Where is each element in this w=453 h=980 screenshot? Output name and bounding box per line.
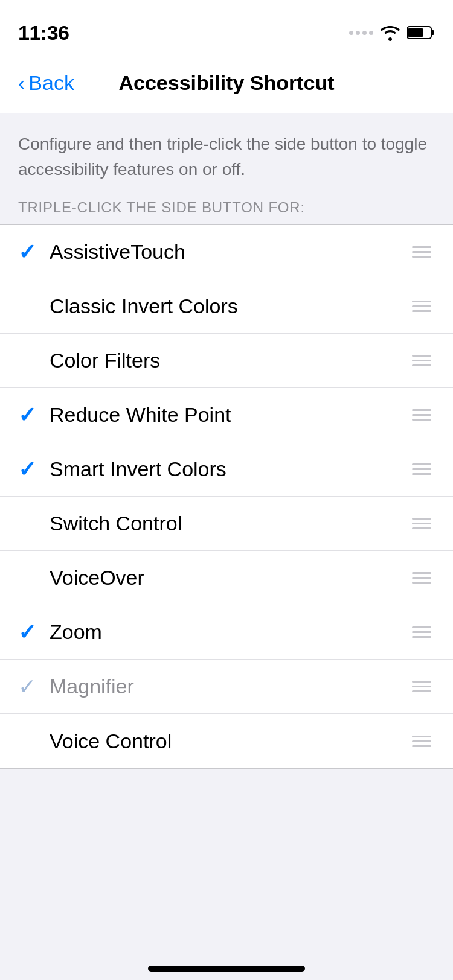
status-icons (349, 24, 435, 41)
status-bar: 11:36 (0, 0, 453, 53)
page-title: Accessibility Shortcut (118, 71, 334, 95)
drag-handle-assistive-touch[interactable] (408, 246, 435, 258)
accessibility-list: ✓AssistiveTouchClassic Invert ColorsColo… (0, 224, 453, 769)
nav-bar: ‹ Back Accessibility Shortcut (0, 53, 453, 113)
drag-handle-classic-invert[interactable] (408, 301, 435, 312)
list-item-voiceover[interactable]: VoiceOver (0, 551, 453, 605)
description-text: Configure and then triple-click the side… (18, 132, 435, 182)
drag-handle-reduce-white[interactable] (408, 409, 435, 421)
item-label-magnifier: Magnifier (50, 675, 408, 698)
item-label-color-filters: Color Filters (50, 349, 408, 372)
item-label-zoom: Zoom (50, 620, 408, 644)
drag-handle-color-filters[interactable] (408, 355, 435, 366)
item-label-assistive-touch: AssistiveTouch (50, 240, 408, 264)
list-item-voice-control[interactable]: Voice Control (0, 714, 453, 768)
back-chevron-icon: ‹ (18, 72, 25, 93)
checkmark-reduce-white: ✓ (18, 404, 50, 426)
checkmark-assistive-touch: ✓ (18, 241, 50, 263)
list-item-assistive-touch[interactable]: ✓AssistiveTouch (0, 225, 453, 279)
drag-handle-voice-control[interactable] (408, 736, 435, 747)
svg-rect-2 (408, 28, 423, 37)
back-label: Back (28, 71, 74, 95)
list-item-smart-invert[interactable]: ✓Smart Invert Colors (0, 442, 453, 497)
bottom-area (0, 769, 453, 962)
home-indicator (148, 966, 305, 972)
list-item-color-filters[interactable]: Color Filters (0, 334, 453, 388)
svg-rect-1 (431, 30, 434, 35)
description-section: Configure and then triple-click the side… (0, 113, 453, 224)
status-time: 11:36 (18, 21, 69, 45)
wifi-icon (379, 24, 401, 41)
drag-handle-voiceover[interactable] (408, 572, 435, 584)
drag-handle-zoom[interactable] (408, 626, 435, 638)
list-item-zoom[interactable]: ✓Zoom (0, 605, 453, 660)
list-item-magnifier[interactable]: ✓Magnifier (0, 660, 453, 714)
checkmark-zoom: ✓ (18, 622, 50, 643)
checkmark-magnifier: ✓ (18, 676, 50, 698)
item-label-classic-invert: Classic Invert Colors (50, 294, 408, 318)
item-label-switch-control: Switch Control (50, 512, 408, 535)
back-button[interactable]: ‹ Back (18, 71, 74, 95)
drag-handle-magnifier[interactable] (408, 681, 435, 692)
drag-handle-switch-control[interactable] (408, 518, 435, 529)
list-item-classic-invert[interactable]: Classic Invert Colors (0, 279, 453, 334)
list-item-reduce-white[interactable]: ✓Reduce White Point (0, 388, 453, 442)
drag-handle-smart-invert[interactable] (408, 463, 435, 475)
item-label-voiceover: VoiceOver (50, 566, 408, 590)
signal-icon (349, 31, 373, 35)
list-item-switch-control[interactable]: Switch Control (0, 497, 453, 551)
battery-icon (407, 25, 435, 40)
item-label-voice-control: Voice Control (50, 730, 408, 753)
checkmark-smart-invert: ✓ (18, 459, 50, 480)
item-label-reduce-white: Reduce White Point (50, 403, 408, 427)
item-label-smart-invert: Smart Invert Colors (50, 457, 408, 481)
section-header: Triple-click the side button for: (18, 199, 435, 224)
